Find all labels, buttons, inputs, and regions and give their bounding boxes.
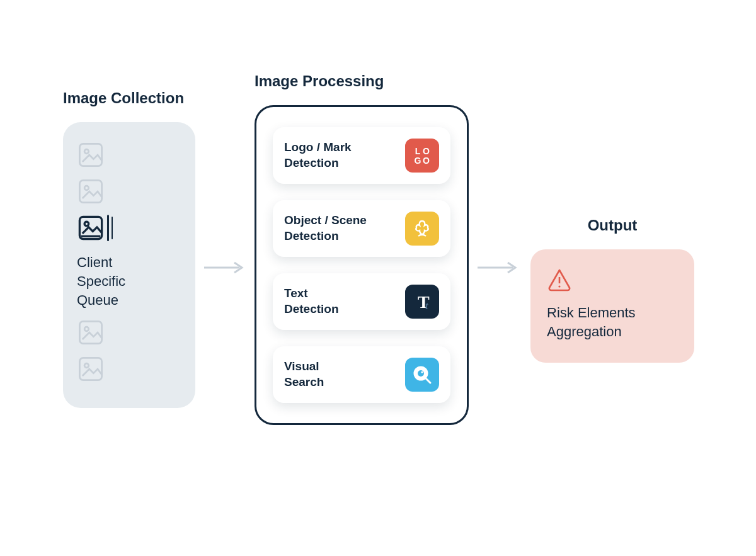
warning-triangle-icon	[547, 267, 572, 292]
processing-title: Image Processing	[255, 72, 469, 90]
svg-point-20	[558, 286, 560, 288]
output-panel: Risk Elements Aggregation	[530, 249, 694, 362]
processing-card-scene: Object / Scene Detection	[273, 200, 450, 257]
svg-point-10	[84, 363, 89, 368]
active-queue-item	[77, 214, 113, 242]
image-placeholder-icon	[77, 319, 105, 346]
arrow-right-icon	[203, 261, 247, 274]
svg-text:t: t	[425, 300, 428, 311]
output-column: Output Risk Elements Aggregation	[530, 135, 694, 362]
svg-point-15	[418, 370, 424, 377]
queue-panel: Client Specific Queue	[63, 122, 195, 407]
collection-title: Image Collection	[63, 89, 195, 107]
output-title: Output	[530, 217, 694, 234]
image-placeholder-icon	[77, 355, 105, 383]
image-active-icon	[77, 214, 105, 242]
image-placeholder-icon	[77, 141, 105, 169]
svg-point-16	[421, 371, 423, 373]
image-processing-column: Image Processing Logo / Mark Detection L…	[255, 72, 469, 425]
lens-icon	[405, 358, 439, 392]
queue-label: Client Specific Queue	[77, 253, 125, 309]
processing-card-text: Text Detection T t	[273, 273, 450, 330]
processing-card-search: Visual Search	[273, 346, 450, 403]
processing-card-label: Visual Search	[284, 359, 324, 390]
image-placeholder-icon	[77, 178, 105, 205]
processing-card-label: Logo / Mark Detection	[284, 140, 352, 171]
text-icon: T t	[405, 285, 439, 319]
image-collection-column: Image Collection	[63, 89, 195, 407]
svg-point-5	[84, 222, 89, 227]
pipeline-diagram: Image Collection	[63, 72, 694, 425]
svg-line-17	[426, 378, 430, 383]
arrow-right-icon	[476, 261, 520, 274]
svg-point-8	[84, 327, 89, 331]
logo-icon: LOGO	[405, 139, 439, 173]
svg-point-1	[84, 150, 89, 154]
svg-point-3	[84, 186, 89, 191]
processing-card-label: Text Detection	[284, 286, 339, 317]
queue-bar-icon	[112, 217, 113, 239]
flower-icon	[405, 212, 439, 246]
processing-card-label: Object / Scene Detection	[284, 213, 367, 244]
queue-bar-icon	[107, 215, 109, 241]
processing-card-logo: Logo / Mark Detection LOGO	[273, 127, 450, 184]
processing-panel: Logo / Mark Detection LOGO Object / Scen…	[255, 105, 469, 425]
output-label: Risk Elements Aggregation	[547, 304, 678, 341]
